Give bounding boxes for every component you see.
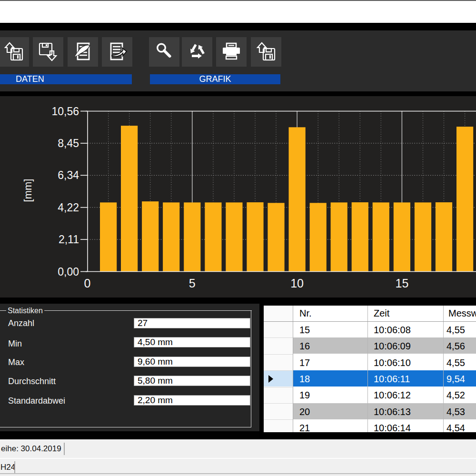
svg-text:10,56: 10,56 (51, 105, 79, 118)
svg-text:5: 5 (189, 277, 196, 290)
svg-text:15: 15 (395, 277, 408, 290)
svg-text:6,34: 6,34 (58, 169, 79, 181)
svg-text:8,45: 8,45 (58, 137, 79, 149)
svg-text:10: 10 (290, 277, 304, 290)
svg-text:0: 0 (84, 277, 91, 290)
svg-text:0,00: 0,00 (58, 266, 79, 278)
svg-text:[mm]: [mm] (22, 179, 34, 202)
svg-text:2,11: 2,11 (59, 233, 79, 246)
svg-text:4,22: 4,22 (58, 201, 79, 214)
